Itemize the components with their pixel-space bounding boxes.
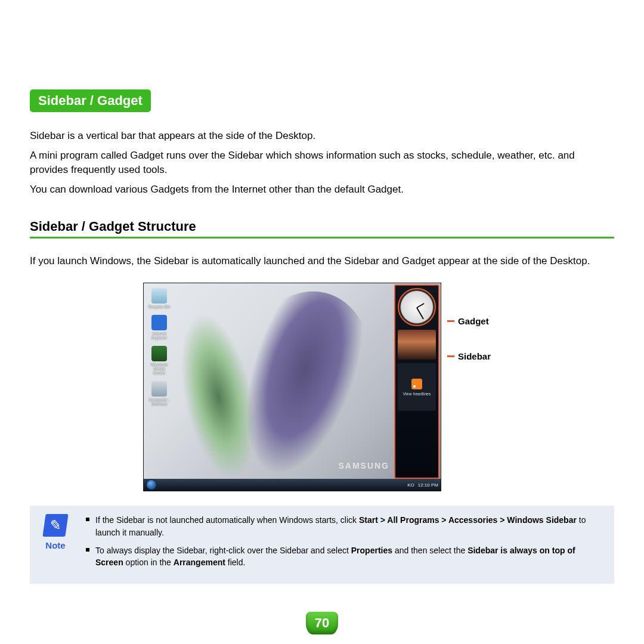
intro-paragraph-3: You can download various Gadgets from th… bbox=[30, 182, 614, 197]
desktop-icon-label: Recycle Bin bbox=[148, 305, 171, 309]
desktop-icon-label: Internet Explorer bbox=[147, 332, 171, 340]
callout-gadget: Gadget bbox=[447, 316, 491, 326]
brand-text: SAMSUNG bbox=[338, 461, 389, 470]
note-item-2-post: field. bbox=[225, 558, 245, 567]
note-item-2: To always display the Sidebar, right-cli… bbox=[86, 544, 605, 569]
intro-paragraph-1: Sidebar is a vertical bar that appears a… bbox=[30, 129, 614, 144]
desktop-icon-label: Computer - Shortcut bbox=[147, 398, 171, 406]
note-item-2-bold1: Properties bbox=[351, 546, 392, 555]
desktop-icon-computer: Computer - Shortcut bbox=[147, 381, 171, 406]
gadget-slideshow bbox=[398, 330, 436, 360]
subsection-body: If you launch Windows, the Sidebar is au… bbox=[30, 254, 614, 269]
note-item-1-pre: If the Sidebar is not launched automatic… bbox=[95, 515, 359, 525]
note-pencil-icon: ✎ bbox=[42, 514, 68, 537]
media-center-icon bbox=[151, 346, 167, 361]
callout-sidebar: Sidebar bbox=[447, 351, 491, 361]
tray-language: KO bbox=[407, 482, 414, 488]
desktop-icon-media-center: Windows Media Center bbox=[147, 346, 171, 375]
page-number-badge: 70 bbox=[306, 612, 338, 634]
tray-time: 12:10 PM bbox=[418, 482, 438, 488]
desktop-icons-column: Recycle Bin Internet Explorer Windows Me… bbox=[147, 288, 171, 406]
desktop-area: SAMSUNG Recycle Bin Internet Explorer Wi… bbox=[143, 283, 441, 491]
note-left-column: ✎ Note bbox=[39, 514, 72, 550]
note-item-1-bold: Start > All Programs > Accessories > Win… bbox=[359, 515, 577, 525]
intro-paragraph-2: A mini program called Gadget runs over t… bbox=[30, 148, 614, 178]
rss-icon bbox=[411, 379, 422, 389]
desktop-icon-internet-explorer: Internet Explorer bbox=[147, 315, 171, 340]
recycle-bin-icon bbox=[151, 288, 167, 304]
callout-sidebar-label: Sidebar bbox=[458, 351, 491, 361]
figure-desktop-screenshot: SAMSUNG Recycle Bin Internet Explorer Wi… bbox=[143, 283, 501, 491]
note-item-1: If the Sidebar is not launched automatic… bbox=[86, 514, 605, 538]
note-item-2-bold3: Arrangement bbox=[174, 558, 225, 567]
gadget-clock bbox=[398, 288, 436, 326]
note-list: If the Sidebar is not launched automatic… bbox=[86, 514, 605, 574]
callout-gadget-label: Gadget bbox=[458, 316, 489, 326]
note-item-2-mid: and then select the bbox=[392, 546, 467, 555]
section-title-badge: Sidebar / Gadget bbox=[30, 89, 151, 112]
gadget-feed: View headlines bbox=[398, 363, 436, 411]
gadget-feed-label: View headlines bbox=[403, 392, 431, 396]
callout-tick-icon bbox=[447, 355, 454, 357]
start-button-icon bbox=[146, 479, 157, 490]
note-box: ✎ Note If the Sidebar is not launched au… bbox=[30, 506, 614, 584]
internet-explorer-icon bbox=[151, 315, 167, 330]
note-item-2-mid2: option in the bbox=[123, 558, 174, 567]
system-tray: KO 12:10 PM bbox=[407, 482, 438, 488]
note-label: Note bbox=[45, 540, 65, 550]
clock-minute-hand bbox=[416, 308, 424, 320]
taskbar: KO 12:10 PM bbox=[144, 479, 441, 491]
note-item-2-pre: To always display the Sidebar, right-cli… bbox=[95, 546, 351, 555]
subsection-heading: Sidebar / Gadget Structure bbox=[30, 219, 614, 239]
figure-callouts: Gadget Sidebar bbox=[447, 316, 491, 361]
desktop-icon-recycle-bin: Recycle Bin bbox=[147, 288, 171, 309]
callout-tick-icon bbox=[447, 320, 454, 322]
desktop-icon-label: Windows Media Center bbox=[147, 363, 171, 375]
sidebar-region-highlight: View headlines bbox=[394, 284, 439, 479]
computer-icon bbox=[151, 381, 167, 397]
